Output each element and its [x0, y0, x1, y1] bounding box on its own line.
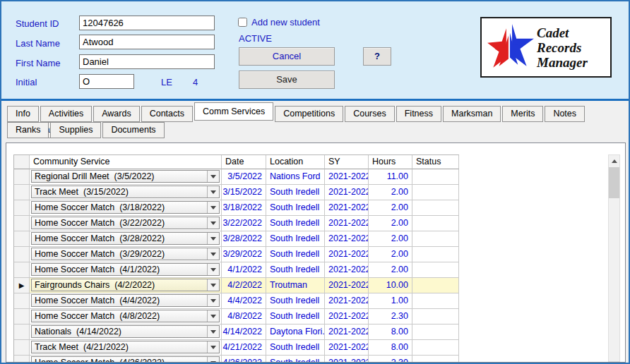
grid-row[interactable]: ▶ Fairgrounds Chairs (4/2/2022) 4/2/2022… [14, 278, 459, 293]
location-cell[interactable]: South Iredell [266, 200, 325, 216]
help-button[interactable]: ? [363, 47, 391, 66]
status-cell[interactable] [412, 247, 459, 262]
date-cell[interactable]: 3/15/2022 [222, 185, 266, 200]
grid-row[interactable]: Home Soccer Match (3/18/2022) 3/18/2022 … [14, 200, 459, 216]
row-selector[interactable] [14, 340, 30, 356]
grid-row[interactable]: Track Meet (3/15/2022) 3/15/2022 South I… [14, 185, 459, 200]
location-cell[interactable]: South Iredell [266, 231, 325, 247]
date-cell[interactable]: 3/22/2022 [222, 216, 266, 231]
date-cell[interactable]: 3/18/2022 [222, 200, 266, 216]
service-combo-cell[interactable]: Track Meet (3/15/2022) [30, 185, 222, 200]
row-selector[interactable] [14, 247, 30, 262]
row-selector[interactable]: ▶ [14, 278, 30, 293]
hours-cell[interactable]: 11.00 [369, 169, 412, 185]
date-cell[interactable]: 4/21/2022 [222, 340, 266, 356]
hours-cell[interactable]: 2.00 [369, 231, 412, 247]
sy-cell[interactable]: 2021-2022 [325, 231, 369, 247]
scrollbar-thumb[interactable] [609, 167, 619, 198]
dropdown-button[interactable] [207, 279, 219, 291]
service-combo-cell[interactable]: Home Soccer Match (4/4/2022) [30, 293, 222, 309]
status-cell[interactable] [412, 356, 459, 363]
grid-row[interactable]: Home Soccer Match (4/8/2022) 4/8/2022 So… [14, 309, 459, 324]
status-cell[interactable] [412, 324, 459, 340]
service-combo-cell[interactable]: Home Soccer Match (3/18/2022) [30, 200, 222, 216]
service-combo-cell[interactable]: Home Soccer Match (4/26/2022) [30, 356, 222, 363]
last-name-input[interactable] [79, 35, 215, 49]
row-selector[interactable] [14, 169, 30, 185]
status-cell[interactable] [412, 216, 459, 231]
first-name-input[interactable] [79, 54, 215, 69]
date-cell[interactable]: 4/4/2022 [222, 293, 266, 309]
service-combo[interactable]: Regional Drill Meet (3/5/2022) [31, 170, 220, 183]
status-cell[interactable] [412, 231, 459, 247]
location-cell[interactable]: South Iredell [266, 356, 325, 363]
sy-cell[interactable]: 2021-2022 [325, 340, 369, 356]
row-selector[interactable] [14, 309, 30, 324]
hours-cell[interactable]: 2.30 [369, 356, 412, 363]
column-header-date[interactable]: Date [222, 155, 266, 169]
dropdown-button[interactable] [207, 202, 219, 213]
dropdown-button[interactable] [207, 295, 219, 306]
column-header-location[interactable]: Location [266, 155, 325, 169]
grid-row[interactable]: Home Soccer Match (4/4/2022) 4/4/2022 So… [14, 293, 459, 309]
hours-cell[interactable]: 10.00 [369, 278, 412, 293]
tab-competitions[interactable]: Competitions [275, 106, 343, 122]
row-selector[interactable] [14, 231, 30, 247]
service-combo[interactable]: Home Soccer Match (4/26/2022) [31, 356, 220, 363]
tab-ranks[interactable]: Ranks [7, 122, 49, 138]
dropdown-button[interactable] [207, 233, 219, 244]
location-cell[interactable]: South Iredell [266, 340, 325, 356]
sy-cell[interactable]: 2021-2022 [325, 309, 369, 324]
save-button[interactable]: Save [239, 71, 335, 89]
row-selector[interactable] [14, 262, 30, 278]
status-cell[interactable] [412, 278, 459, 293]
date-cell[interactable]: 3/5/2022 [222, 169, 266, 185]
service-combo[interactable]: Home Soccer Match (3/28/2022) [31, 232, 220, 245]
location-cell[interactable]: Nations Ford [266, 169, 325, 185]
sy-cell[interactable]: 2021-2022 [325, 262, 369, 278]
hours-cell[interactable]: 1.00 [369, 293, 412, 309]
tab-activities[interactable]: Activities [40, 106, 92, 122]
date-cell[interactable]: 4/26/2022 [222, 356, 266, 363]
grid-row[interactable]: Track Meet (4/21/2022) 4/21/2022 South I… [14, 340, 459, 356]
status-cell[interactable] [412, 200, 459, 216]
service-combo-cell[interactable]: Home Soccer Match (3/22/2022) [30, 216, 222, 231]
hours-cell[interactable]: 8.00 [369, 340, 412, 356]
sy-cell[interactable]: 2021-2022 [325, 278, 369, 293]
service-combo[interactable]: Home Soccer Match (3/22/2022) [31, 217, 220, 229]
tab-supplies[interactable]: Supplies [50, 122, 101, 138]
date-cell[interactable]: 4/8/2022 [222, 309, 266, 324]
hours-cell[interactable]: 2.30 [369, 309, 412, 324]
dropdown-button[interactable] [207, 248, 219, 260]
row-selector[interactable] [14, 324, 30, 340]
service-combo-cell[interactable]: Track Meet (4/21/2022) [30, 340, 222, 356]
location-cell[interactable]: Troutman [266, 278, 325, 293]
cancel-button[interactable]: Cancel [239, 47, 335, 66]
tab-awards[interactable]: Awards [93, 106, 139, 122]
status-cell[interactable] [412, 262, 459, 278]
service-combo[interactable]: Fairgrounds Chairs (4/2/2022) [31, 279, 220, 291]
grid-row[interactable]: Nationals (4/14/2022) 4/14/2022 Daytona … [14, 324, 459, 340]
grid-row[interactable]: Home Soccer Match (3/28/2022) 3/28/2022 … [14, 231, 459, 247]
status-cell[interactable] [412, 169, 459, 185]
hours-cell[interactable]: 2.00 [369, 216, 412, 231]
service-combo[interactable]: Home Soccer Match (3/29/2022) [31, 248, 220, 260]
grid-row[interactable]: Home Soccer Match (4/26/2022) 4/26/2022 … [14, 356, 459, 363]
row-selector[interactable] [14, 185, 30, 200]
student-id-input[interactable] [79, 16, 215, 30]
service-combo-cell[interactable]: Regional Drill Meet (3/5/2022) [30, 169, 222, 185]
sy-cell[interactable]: 2021-2022 [325, 169, 369, 185]
dropdown-button[interactable] [207, 264, 219, 275]
date-cell[interactable]: 3/28/2022 [222, 231, 266, 247]
status-cell[interactable] [412, 185, 459, 200]
date-cell[interactable]: 4/2/2022 [222, 278, 266, 293]
tab-contacts[interactable]: Contacts [141, 106, 193, 122]
tab-merits[interactable]: Merits [502, 106, 543, 122]
tab-info[interactable]: Info [7, 106, 39, 122]
service-combo[interactable]: Home Soccer Match (3/18/2022) [31, 201, 220, 214]
row-selector[interactable] [14, 293, 30, 309]
location-cell[interactable]: Daytona Flori... [266, 324, 325, 340]
dropdown-button[interactable] [207, 341, 219, 353]
dropdown-button[interactable] [207, 326, 219, 337]
date-cell[interactable]: 3/29/2022 [222, 247, 266, 262]
